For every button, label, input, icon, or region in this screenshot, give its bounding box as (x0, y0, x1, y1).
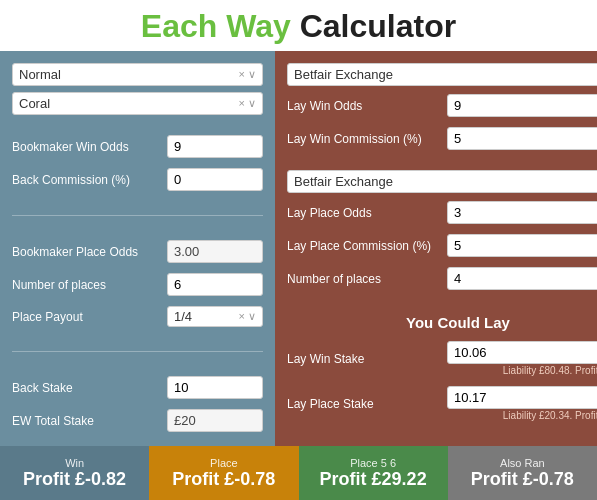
footer-win-label: Win (65, 457, 84, 469)
lay-place-odds-label: Lay Place Odds (287, 206, 447, 220)
back-stake-input[interactable] (167, 376, 263, 399)
footer-win-value: Profit £-0.82 (23, 469, 126, 490)
num-places-row: Number of places (12, 273, 263, 296)
lay-win-odds-label: Lay Win Odds (287, 99, 447, 113)
lay-win-odds-input[interactable] (447, 94, 597, 117)
place-odds-row: Bookmaker Place Odds 3.00 (12, 240, 263, 263)
title-each-way: Each Way (141, 8, 291, 44)
footer-win: Win Profit £-0.82 (0, 446, 149, 500)
footer-place: Place Profit £-0.78 (149, 446, 298, 500)
ew-total-label: EW Total Stake (12, 414, 167, 428)
lay-win-bookie-select[interactable]: Betfair Exchange × ∨ (287, 63, 597, 86)
back-commission-label: Back Commission (%) (12, 173, 167, 187)
lay-win-comm-row: Lay Win Commission (%) (287, 127, 597, 150)
bookmaker-select[interactable]: Coral × ∨ (12, 92, 263, 115)
footer-place56: Place 5 6 Profit £29.22 (299, 446, 448, 500)
place-payout-select[interactable]: 1/4 × ∨ (167, 306, 263, 327)
footer-place-value: Profit £-0.78 (172, 469, 275, 490)
footer-also-ran-label: Also Ran (500, 457, 545, 469)
lay-place-bookie-select[interactable]: Betfair Exchange × ∨ (287, 170, 597, 193)
back-commission-input[interactable] (167, 168, 263, 191)
lay-win-odds-row: Lay Win Odds (287, 94, 597, 117)
place-payout-label: Place Payout (12, 310, 167, 324)
footer-place56-label: Place 5 6 (350, 457, 396, 469)
page-wrapper: Each Way Calculator Normal × ∨ Coral × ∨… (0, 0, 597, 500)
lay-place-num-label: Number of places (287, 272, 447, 286)
footer-place-label: Place (210, 457, 238, 469)
lay-place-num-input[interactable] (447, 267, 597, 290)
ew-total-value: £20 (167, 409, 263, 432)
you-could-lay-heading: You Could Lay (287, 314, 597, 331)
back-commission-row: Back Commission (%) (12, 168, 263, 191)
win-odds-input[interactable] (167, 135, 263, 158)
footer-place56-value: Profit £29.22 (320, 469, 427, 490)
header: Each Way Calculator (0, 0, 597, 51)
win-odds-row: Bookmaker Win Odds (12, 135, 263, 158)
bet-type-select[interactable]: Normal × ∨ (12, 63, 263, 86)
lay-place-note: Liability £20.34. Profit £0.34. (447, 410, 597, 421)
footer-also-ran-value: Profit £-0.78 (471, 469, 574, 490)
lay-place-comm-label: Lay Place Commission (%) (287, 239, 447, 253)
left-panel: Normal × ∨ Coral × ∨ Bookmaker Win Odds … (0, 51, 275, 446)
lay-win-note: Liability £80.48. Profit £0.48. (447, 365, 597, 376)
lay-win-stake-row: Lay Win Stake Liability £80.48. Profit £… (287, 341, 597, 376)
place-payout-row: Place Payout 1/4 × ∨ (12, 306, 263, 327)
win-odds-label: Bookmaker Win Odds (12, 140, 167, 154)
lay-place-comm-row: Lay Place Commission (%) (287, 234, 597, 257)
num-places-input[interactable] (167, 273, 263, 296)
main-content: Normal × ∨ Coral × ∨ Bookmaker Win Odds … (0, 51, 597, 446)
ew-total-row: EW Total Stake £20 (12, 409, 263, 432)
footer: Win Profit £-0.82 Place Profit £-0.78 Pl… (0, 446, 597, 500)
lay-place-odds-row: Lay Place Odds (287, 201, 597, 224)
lay-place-stake-row: Lay Place Stake Liability £20.34. Profit… (287, 386, 597, 421)
lay-place-comm-input[interactable] (447, 234, 597, 257)
lay-win-comm-label: Lay Win Commission (%) (287, 132, 447, 146)
back-stake-row: Back Stake (12, 376, 263, 399)
lay-place-num-row: Number of places (287, 267, 597, 290)
lay-place-stake-input[interactable] (447, 386, 597, 409)
lay-win-comm-input[interactable] (447, 127, 597, 150)
place-odds-label: Bookmaker Place Odds (12, 245, 167, 259)
lay-place-odds-input[interactable] (447, 201, 597, 224)
lay-place-stake-label: Lay Place Stake (287, 397, 447, 411)
num-places-label: Number of places (12, 278, 167, 292)
footer-also-ran: Also Ran Profit £-0.78 (448, 446, 597, 500)
lay-win-stake-input[interactable] (447, 341, 597, 364)
back-stake-label: Back Stake (12, 381, 167, 395)
lay-win-stake-label: Lay Win Stake (287, 352, 447, 366)
title-calculator: Calculator (300, 8, 456, 44)
place-odds-value: 3.00 (167, 240, 263, 263)
right-panel: Betfair Exchange × ∨ Lay Win Odds Lay Wi… (275, 51, 597, 446)
